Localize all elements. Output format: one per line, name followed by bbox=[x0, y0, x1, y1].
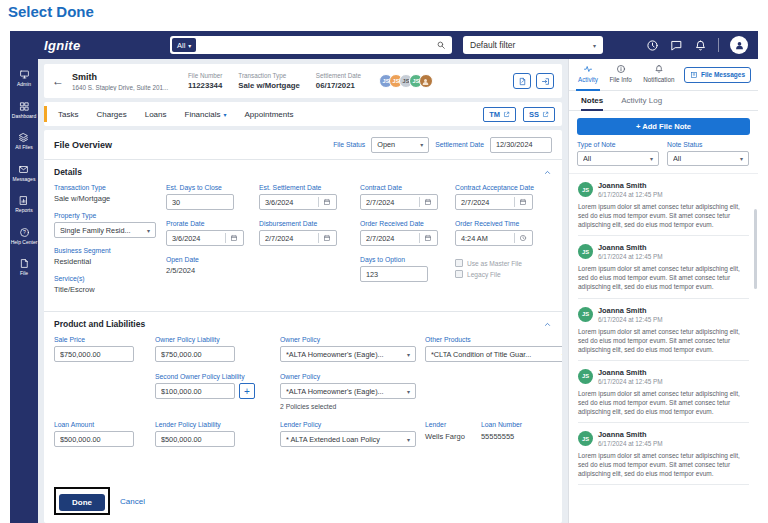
search-input[interactable] bbox=[196, 39, 436, 51]
field-label: Owner Policy bbox=[280, 336, 416, 343]
field-label: Disbursement Date bbox=[259, 220, 351, 227]
tab-tasks[interactable]: Tasks bbox=[58, 110, 78, 119]
calendar-icon[interactable] bbox=[318, 197, 331, 207]
field-label: Days to Option bbox=[360, 256, 446, 263]
collapse-chevron-up-icon[interactable] bbox=[543, 320, 552, 329]
contract-date-input[interactable]: 2/7/2024 bbox=[360, 194, 438, 210]
cancel-link[interactable]: Cancel bbox=[120, 497, 145, 506]
overview-controls: File Status Open ▾ Settlement Date 12/30… bbox=[333, 137, 552, 153]
tab-financials[interactable]: Financials ▾ bbox=[185, 110, 227, 119]
ss-button[interactable]: SS bbox=[523, 107, 555, 122]
settlement-date-block: Settlement Date 06/17/2021 bbox=[316, 72, 361, 90]
field-label: Est. Days to Close bbox=[166, 184, 250, 191]
calendar-icon[interactable] bbox=[225, 233, 238, 243]
user-avatar[interactable] bbox=[730, 36, 748, 54]
calendar-icon[interactable] bbox=[419, 233, 432, 243]
app-header: Ignite All ▾ Default filter ▾ bbox=[10, 31, 758, 59]
sale-price-input[interactable]: $750,000.00 bbox=[54, 346, 134, 362]
page-title: File Overview bbox=[54, 140, 112, 150]
bell-icon bbox=[654, 64, 664, 74]
left-sidebar: Admin Dashboard All Files Messages Repor… bbox=[10, 59, 38, 523]
subtab-activity-log[interactable]: Activity Log bbox=[621, 91, 662, 111]
done-button[interactable]: Done bbox=[59, 494, 105, 511]
product-grid: Sale Price $750,000.00 Owner Policy Liab… bbox=[54, 336, 552, 447]
owner-policy-2-select[interactable]: *ALTA Homeowner's (Eagle)... ▾ bbox=[280, 383, 416, 399]
back-arrow-icon[interactable]: ← bbox=[52, 75, 64, 87]
order-received-date-input[interactable]: 2/7/2024 bbox=[360, 230, 438, 246]
type-of-note-select[interactable]: All ▾ bbox=[577, 151, 659, 166]
add-liability-button[interactable]: + bbox=[239, 383, 255, 399]
subtab-notes[interactable]: Notes bbox=[581, 91, 603, 111]
collapse-chevron-up-icon[interactable] bbox=[543, 168, 552, 177]
sidebar-item-all-files[interactable]: All Files bbox=[15, 132, 33, 151]
avatar-photo[interactable] bbox=[419, 74, 433, 88]
notifications-bell-icon[interactable] bbox=[694, 39, 707, 52]
sidebar-item-reports[interactable]: Reports bbox=[15, 195, 33, 214]
legacy-file-checkbox[interactable] bbox=[455, 270, 463, 278]
calendar-icon[interactable] bbox=[419, 197, 432, 207]
tab-charges[interactable]: Charges bbox=[96, 110, 126, 119]
file-overview-row: File Overview File Status Open ▾ Settlem… bbox=[44, 130, 562, 160]
order-received-time-input[interactable]: 4:24 AM bbox=[455, 230, 533, 246]
disbursement-date-input[interactable]: 2/7/2024 bbox=[259, 230, 337, 246]
file-status-select[interactable]: Open ▾ bbox=[371, 137, 429, 153]
search-icon[interactable] bbox=[436, 40, 446, 50]
file-name-block: Smith 1640 S. Stapley Drive, Suite 201..… bbox=[72, 72, 170, 91]
add-file-note-button[interactable]: + Add File Note bbox=[577, 118, 750, 135]
field-loan-amount: Loan Amount $500,000.00 bbox=[54, 421, 146, 447]
file-edit-button[interactable] bbox=[513, 73, 531, 89]
est-days-input[interactable]: 30 bbox=[166, 194, 234, 210]
default-filter-dropdown[interactable]: Default filter ▾ bbox=[463, 36, 603, 54]
est-settlement-date-input[interactable]: 3/6/2024 bbox=[259, 194, 337, 210]
owner-policy-liability-input[interactable]: $750,000.00 bbox=[155, 346, 235, 362]
sidebar-item-dashboard[interactable]: Dashboard bbox=[12, 101, 36, 120]
chevron-down-icon: ▾ bbox=[407, 436, 410, 443]
settlement-date-input[interactable]: 12/30/2024 bbox=[490, 137, 552, 153]
notes-scrollbar[interactable] bbox=[754, 209, 757, 289]
field-label: Second Owner Policy Liability bbox=[155, 373, 271, 380]
sidebar-item-admin[interactable]: Admin bbox=[17, 69, 31, 88]
file-export-button[interactable] bbox=[536, 73, 554, 89]
transaction-type-block: Transaction Type Sale w/Mortgage bbox=[238, 72, 300, 90]
tab-file-info[interactable]: File Info bbox=[607, 59, 633, 91]
messages-icon[interactable] bbox=[670, 39, 683, 52]
second-owner-policy-liability-input[interactable]: $100,000.00 bbox=[155, 383, 235, 399]
search-scope-dropdown[interactable]: All ▾ bbox=[172, 38, 196, 52]
owner-policy-select[interactable]: *ALTA Homeowner's (Eagle)... ▾ bbox=[280, 346, 416, 362]
lender-policy-select[interactable]: * ALTA Extended Loan Policy ▾ bbox=[280, 431, 416, 447]
use-as-master-file-checkbox[interactable] bbox=[455, 259, 463, 267]
tab-activity[interactable]: Activity bbox=[576, 59, 600, 91]
tab-appointments[interactable]: Appointments bbox=[245, 110, 294, 119]
sidebar-item-messages[interactable]: Messages bbox=[13, 164, 36, 183]
clock-icon[interactable] bbox=[514, 233, 527, 243]
note-date: 6/17/2024 at 12:45 PM bbox=[598, 191, 663, 198]
tab-notification[interactable]: Notification bbox=[641, 59, 676, 91]
envelope-icon bbox=[18, 164, 29, 175]
select-value: *ALTA Homeowner's (Eagle)... bbox=[286, 387, 403, 396]
spacer bbox=[259, 256, 351, 282]
settlement-date-label: Settlement Date bbox=[316, 72, 361, 79]
tm-button[interactable]: TM bbox=[483, 107, 516, 122]
lender-policy-liability-input[interactable]: $500,000.00 bbox=[155, 431, 235, 447]
field-label: Loan Amount bbox=[54, 421, 146, 428]
sidebar-item-file[interactable]: File bbox=[19, 258, 30, 277]
tab-loans[interactable]: Loans bbox=[145, 110, 167, 119]
field-contract-date: Contract Date 2/7/2024 bbox=[360, 184, 446, 210]
clock-icon[interactable] bbox=[646, 39, 659, 52]
days-to-option-input[interactable]: 123 bbox=[360, 266, 428, 282]
info-icon bbox=[616, 64, 626, 74]
calendar-icon[interactable] bbox=[318, 233, 331, 243]
other-products-select[interactable]: *CLTA Condition of Title Guar... ▾ bbox=[425, 346, 562, 362]
main-content: ← Smith 1640 S. Stapley Drive, Suite 201… bbox=[38, 59, 568, 523]
loan-amount-input[interactable]: $500,000.00 bbox=[54, 431, 134, 447]
note-avatar: JS bbox=[578, 431, 593, 446]
document-icon bbox=[690, 71, 698, 79]
sidebar-item-help-center[interactable]: ? Help Center bbox=[11, 227, 38, 246]
field-file-checkboxes: Use as Master File Legacy File bbox=[455, 256, 562, 282]
property-type-select[interactable]: Single Family Resid... ▾ bbox=[54, 222, 156, 238]
contract-acceptance-date-input[interactable]: 2/7/2024 bbox=[455, 194, 533, 210]
prorate-date-input[interactable]: 3/6/2024 bbox=[166, 230, 244, 246]
file-messages-button[interactable]: File Messages bbox=[684, 67, 751, 83]
calendar-icon[interactable] bbox=[514, 197, 527, 207]
note-status-select[interactable]: All ▾ bbox=[667, 151, 749, 166]
